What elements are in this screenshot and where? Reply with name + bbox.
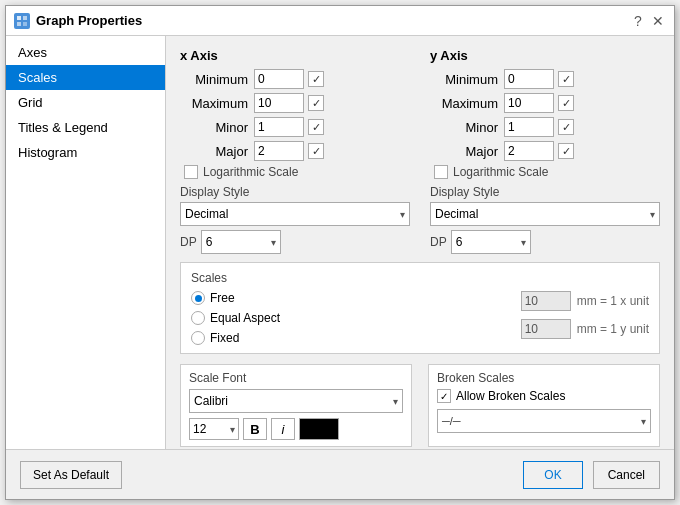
axes-row: x Axis Minimum Maximum Minor xyxy=(180,48,660,254)
allow-broken-label: Allow Broken Scales xyxy=(456,389,565,403)
fixed-option[interactable]: Fixed xyxy=(191,331,291,345)
equal-aspect-label: Equal Aspect xyxy=(210,311,280,325)
x-minor-label: Minor xyxy=(188,120,248,135)
y-log-label: Logarithmic Scale xyxy=(453,165,548,179)
x-minor-row: Minor xyxy=(180,117,410,137)
italic-button[interactable]: i xyxy=(271,418,295,440)
y-display-group: Display Style Decimal ▾ DP 6 ▾ xyxy=(430,185,660,254)
y-minimum-label: Minimum xyxy=(438,72,498,87)
y-major-label: Major xyxy=(438,144,498,159)
y-minor-input[interactable] xyxy=(504,117,554,137)
dialog-title: Graph Properties xyxy=(36,13,630,28)
sidebar-item-scales[interactable]: Scales xyxy=(6,65,165,90)
x-major-input[interactable] xyxy=(254,141,304,161)
x-display-select[interactable]: Decimal ▾ xyxy=(180,202,410,226)
bottom-section: Scale Font Calibri ▾ 12 ▾ B i xyxy=(180,364,660,447)
y-maximum-input[interactable] xyxy=(504,93,554,113)
broken-style-content: ─/─ xyxy=(442,415,461,427)
y-display-label: Display Style xyxy=(430,185,660,199)
x-minor-check[interactable] xyxy=(308,119,324,135)
y-display-value: Decimal xyxy=(435,207,478,221)
y-major-input[interactable] xyxy=(504,141,554,161)
x-axis-group: x Axis Minimum Maximum Minor xyxy=(180,48,410,254)
equal-aspect-option[interactable]: Equal Aspect xyxy=(191,311,291,325)
font-name-select[interactable]: Calibri ▾ xyxy=(189,389,403,413)
cancel-button[interactable]: Cancel xyxy=(593,461,660,489)
x-log-label: Logarithmic Scale xyxy=(203,165,298,179)
set-default-button[interactable]: Set As Default xyxy=(20,461,122,489)
svg-rect-0 xyxy=(17,16,21,20)
y-axis-group: y Axis Minimum Maximum Minor xyxy=(430,48,660,254)
title-bar: Graph Properties ? ✕ xyxy=(6,6,674,36)
close-button[interactable]: ✕ xyxy=(650,13,666,29)
mm-x-row: mm = 1 x unit xyxy=(521,291,649,311)
broken-check-row: Allow Broken Scales xyxy=(437,389,651,403)
x-minimum-label: Minimum xyxy=(188,72,248,87)
sidebar-item-histogram[interactable]: Histogram xyxy=(6,140,165,165)
ok-button[interactable]: OK xyxy=(523,461,582,489)
x-maximum-check[interactable] xyxy=(308,95,324,111)
title-buttons: ? ✕ xyxy=(630,13,666,29)
sidebar-item-grid[interactable]: Grid xyxy=(6,90,165,115)
x-dp-value: 6 xyxy=(206,235,213,249)
color-button[interactable] xyxy=(299,418,339,440)
dialog-content: Axes Scales Grid Titles & Legend Histogr… xyxy=(6,36,674,449)
font-name-value: Calibri xyxy=(194,394,228,408)
svg-rect-1 xyxy=(23,16,27,20)
y-log-row: Logarithmic Scale xyxy=(430,165,660,179)
free-radio[interactable] xyxy=(191,291,205,305)
y-display-arrow: ▾ xyxy=(650,209,655,220)
y-dp-value: 6 xyxy=(456,235,463,249)
mm-x-unit: mm = 1 x unit xyxy=(577,294,649,308)
y-display-select[interactable]: Decimal ▾ xyxy=(430,202,660,226)
scales-content: Free Equal Aspect Fixed xyxy=(191,291,649,345)
y-dp-label: DP xyxy=(430,235,447,249)
x-display-label: Display Style xyxy=(180,185,410,199)
free-option[interactable]: Free xyxy=(191,291,291,305)
x-minimum-input[interactable] xyxy=(254,69,304,89)
mm-y-input[interactable] xyxy=(521,319,571,339)
x-log-check[interactable] xyxy=(184,165,198,179)
x-major-row: Major xyxy=(180,141,410,161)
mm-x-input[interactable] xyxy=(521,291,571,311)
scales-section: Scales Free Equal Aspect Fix xyxy=(180,262,660,354)
x-maximum-input[interactable] xyxy=(254,93,304,113)
y-minimum-check[interactable] xyxy=(558,71,574,87)
y-maximum-check[interactable] xyxy=(558,95,574,111)
broken-style-select[interactable]: ─/─ ▾ xyxy=(437,409,651,433)
allow-broken-checkbox[interactable] xyxy=(437,389,451,403)
footer: Set As Default OK Cancel xyxy=(6,449,674,499)
main-panel: x Axis Minimum Maximum Minor xyxy=(166,36,674,449)
sidebar-item-axes[interactable]: Axes xyxy=(6,40,165,65)
font-section-title: Scale Font xyxy=(189,371,403,385)
sidebar-item-titles[interactable]: Titles & Legend xyxy=(6,115,165,140)
x-major-label: Major xyxy=(188,144,248,159)
x-display-arrow: ▾ xyxy=(400,209,405,220)
y-log-check[interactable] xyxy=(434,165,448,179)
y-dp-arrow: ▾ xyxy=(521,237,526,248)
x-display-group: Display Style Decimal ▾ DP 6 ▾ xyxy=(180,185,410,254)
x-major-check[interactable] xyxy=(308,143,324,159)
scales-radio-group: Free Equal Aspect Fixed xyxy=(191,291,291,345)
x-display-value: Decimal xyxy=(185,207,228,221)
y-major-check[interactable] xyxy=(558,143,574,159)
broken-section: Broken Scales Allow Broken Scales ─/─ ▾ xyxy=(428,364,660,447)
x-dp-label: DP xyxy=(180,235,197,249)
x-minimum-check[interactable] xyxy=(308,71,324,87)
mm-inputs: mm = 1 x unit mm = 1 y unit xyxy=(301,291,649,339)
bold-button[interactable]: B xyxy=(243,418,267,440)
y-maximum-label: Maximum xyxy=(438,96,498,111)
x-log-row: Logarithmic Scale xyxy=(180,165,410,179)
y-minimum-input[interactable] xyxy=(504,69,554,89)
y-minor-check[interactable] xyxy=(558,119,574,135)
broken-style-arrow: ▾ xyxy=(641,416,646,427)
y-dp-select[interactable]: 6 ▾ xyxy=(451,230,531,254)
fixed-radio[interactable] xyxy=(191,331,205,345)
help-button[interactable]: ? xyxy=(630,13,646,29)
svg-rect-3 xyxy=(23,22,27,26)
x-dp-select[interactable]: 6 ▾ xyxy=(201,230,281,254)
x-minor-input[interactable] xyxy=(254,117,304,137)
equal-aspect-radio[interactable] xyxy=(191,311,205,325)
y-minor-row: Minor xyxy=(430,117,660,137)
font-size-select[interactable]: 12 ▾ xyxy=(189,418,239,440)
